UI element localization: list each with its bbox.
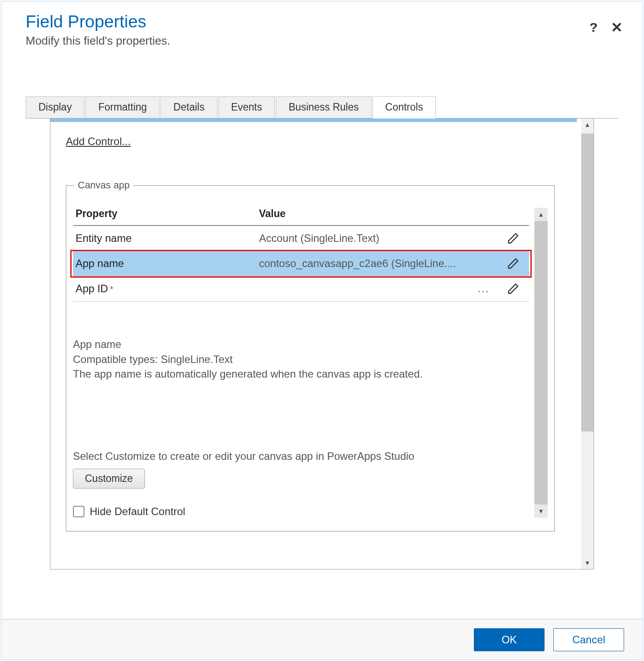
table-row[interactable]: App ID* ...: [73, 276, 529, 302]
scroll-up-icon[interactable]: ▲: [581, 118, 594, 131]
desc-line: App name: [73, 337, 548, 352]
property-name: App ID*: [76, 283, 259, 295]
scroll-track[interactable]: [581, 131, 594, 557]
tab-events[interactable]: Events: [218, 96, 275, 118]
scroll-thumb[interactable]: [581, 134, 594, 432]
dialog-subtitle: Modify this field's properties.: [26, 34, 618, 48]
col-property: Property: [76, 208, 259, 220]
scroll-down-icon[interactable]: ▼: [581, 557, 594, 569]
tab-business-rules[interactable]: Business Rules: [276, 96, 372, 118]
edit-cell[interactable]: [500, 257, 526, 270]
fieldset-legend: Canvas app: [74, 180, 133, 191]
customize-button[interactable]: Customize: [73, 469, 145, 489]
controls-panel: Add Control... Canvas app ▲ ▼ Property: [50, 122, 577, 545]
scroll-up-icon[interactable]: ▲: [534, 208, 548, 221]
property-description: App name Compatible types: SingleLine.Te…: [73, 337, 548, 382]
property-name-text: App ID: [76, 283, 108, 294]
ok-button[interactable]: OK: [474, 628, 545, 651]
pencil-icon[interactable]: [507, 232, 519, 245]
table-header: Property Value: [73, 199, 529, 226]
tabs-container: Display Formatting Details Events Busine…: [26, 96, 618, 569]
tab-details[interactable]: Details: [160, 96, 217, 118]
dialog-footer: OK Cancel: [1, 619, 643, 660]
highlighted-row: App name contoso_canvasapp_c2ae6 (Single…: [72, 251, 530, 276]
inner-scrollbar[interactable]: ▲ ▼: [534, 208, 548, 518]
tab-controls[interactable]: Controls: [373, 96, 436, 118]
customize-text: Select Customize to create or edit your …: [73, 450, 548, 462]
selection-strip: [50, 118, 577, 122]
header-icons: ? ✕: [590, 19, 623, 36]
hide-default-row: Hide Default Control: [73, 505, 548, 518]
edit-cell[interactable]: [500, 232, 526, 245]
help-icon[interactable]: ?: [590, 20, 598, 35]
add-control-link[interactable]: Add Control...: [66, 135, 555, 148]
pencil-icon[interactable]: [507, 257, 519, 270]
scroll-track[interactable]: [534, 221, 548, 504]
tab-display[interactable]: Display: [26, 96, 84, 118]
dialog-title: Field Properties: [26, 12, 618, 31]
property-value: ...: [259, 283, 500, 295]
tab-formatting[interactable]: Formatting: [85, 96, 160, 118]
close-icon[interactable]: ✕: [611, 19, 623, 36]
scroll-thumb[interactable]: [534, 221, 548, 504]
required-indicator: *: [110, 284, 113, 294]
property-value: Account (SingleLine.Text): [259, 232, 500, 245]
scroll-down-icon[interactable]: ▼: [534, 504, 548, 518]
property-value: contoso_canvasapp_c2ae6 (SingleLine....: [259, 257, 500, 270]
customize-block: Select Customize to create or edit your …: [73, 450, 548, 489]
desc-line: Compatible types: SingleLine.Text: [73, 352, 548, 367]
tab-content-controls: ▲ ▼ Add Control... Canvas app ▲ ▼: [50, 118, 594, 569]
outer-scrollbar[interactable]: ▲ ▼: [581, 118, 594, 569]
tab-bar: Display Formatting Details Events Busine…: [26, 96, 618, 118]
hide-default-label: Hide Default Control: [90, 505, 185, 518]
dialog-header: Field Properties Modify this field's pro…: [1, 1, 643, 52]
property-name: App name: [76, 257, 259, 270]
properties-table: Property Value Entity name Account (Sing…: [73, 199, 529, 302]
property-name: Entity name: [76, 232, 259, 245]
table-row[interactable]: Entity name Account (SingleLine.Text): [73, 226, 529, 251]
hide-default-checkbox[interactable]: [73, 506, 84, 517]
desc-line: The app name is automatically generated …: [73, 367, 548, 382]
col-value: Value: [259, 208, 526, 220]
canvas-app-fieldset: Canvas app ▲ ▼ Property Value: [66, 185, 555, 531]
table-row[interactable]: App name contoso_canvasapp_c2ae6 (Single…: [73, 251, 529, 276]
cancel-button[interactable]: Cancel: [553, 628, 624, 651]
field-properties-dialog: Field Properties Modify this field's pro…: [1, 1, 643, 660]
edit-cell[interactable]: [500, 283, 526, 295]
pencil-icon[interactable]: [507, 283, 519, 295]
